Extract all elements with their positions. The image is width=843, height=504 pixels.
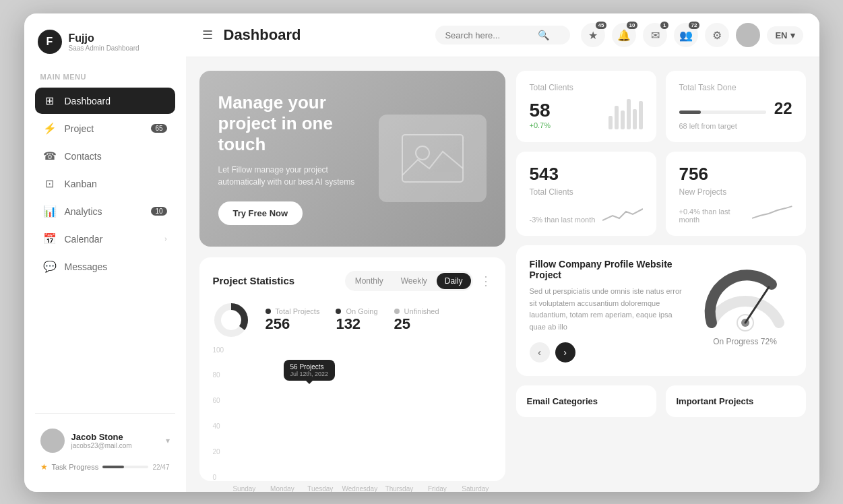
kanban-icon: ⊡ [43,177,57,190]
sidebar-label-kanban: Kanban [65,179,97,189]
search-bar: 🔍 [435,26,570,44]
dot-dark [266,309,271,314]
search-input[interactable] [445,30,532,40]
stats-row-bottom: 543 Total Clients -3% than last month 75… [516,152,806,236]
sidebar-bottom: Jacob Stone jacobs23@mail.com ▾ ★ Task P… [35,413,175,476]
bell-button[interactable]: 🔔 10 [612,23,636,47]
sidebar-label-dashboard: Dashboard [65,96,111,106]
label-friday: Friday [421,485,454,492]
hero-text: Manage your project in one touch Let Fil… [218,92,366,225]
donut-chart [213,302,249,338]
new-projects-change: +0.4% than last month [679,208,753,224]
user-name: Jacob Stone [71,432,159,442]
mail-button[interactable]: ✉ 1 [643,23,667,47]
gear-icon: ⚙ [712,29,722,42]
bell-icon: 🔔 [617,29,631,42]
sidebar-item-dashboard[interactable]: ⊞ Dashboard [35,88,175,114]
app-name: Fujjo [69,32,139,44]
email-categories-title: Email Categories [527,396,646,406]
more-options-button[interactable]: ⋮ [480,274,492,288]
tab-monthly[interactable]: Monthly [347,273,392,289]
new-projects-value: 756 [679,164,792,185]
sparkline-icon [602,203,643,224]
label-saturday: Saturday [459,485,491,492]
new-projects-title: New Projects [679,187,792,197]
total-clients2-title: Total Clients [530,187,643,197]
task-done-progress [679,111,766,114]
mail-icon: ✉ [651,29,660,42]
important-projects-card: Important Projects [666,385,806,417]
calendar-icon: 📅 [43,232,57,245]
main-content: ☰ Dashboard 🔍 ★ 45 🔔 10 ✉ 1 [186,13,819,492]
chart-tab-group: Monthly Weekly Daily [345,271,473,291]
star-badge: 45 [596,22,607,29]
gauge-wrap: On Progress 72% [698,259,792,363]
next-button[interactable]: › [555,342,575,363]
tab-weekly[interactable]: Weekly [393,273,435,289]
chart-body: 56 Projects Jul 12th, 2022 [228,346,491,492]
stats-row-top: Total Clients 58 +0.7% [516,71,806,142]
sidebar-label-project: Project [65,123,94,134]
label-sunday: Sunday [228,485,260,492]
bell-badge: 10 [627,22,638,29]
unfinished-label: Unfinished [394,307,439,315]
task-progress-row: ★ Task Progress 22/47 [35,458,175,476]
chart-bar [639,101,643,129]
language-selector[interactable]: EN ▾ [767,26,803,44]
users-icon: 👥 [679,29,693,42]
tab-daily[interactable]: Daily [437,273,471,289]
sidebar-label-contacts: Contacts [65,151,102,162]
hamburger-icon[interactable]: ☰ [202,28,213,42]
star-icon: ★ [588,29,598,42]
user-avatar-topbar[interactable] [736,23,760,47]
total-clients-chart [608,99,643,129]
total-clients2-value: 543 [530,164,643,185]
star-button[interactable]: ★ 45 [581,23,605,47]
sidebar-item-contacts[interactable]: ☎ Contacts [35,143,175,169]
hero-image [379,115,487,202]
total-clients-title: Total Clients [530,83,643,92]
calendar-chevron-icon: › [164,235,166,243]
stats-column: Total Clients 58 +0.7% [516,71,806,417]
project-stats-header: Project Statistics Monthly Weekly Daily … [213,271,492,291]
sidebar-item-messages[interactable]: 💬 Messages [35,253,175,280]
task-done-sub: 68 left from target [679,122,792,130]
total-task-title: Total Task Done [679,83,792,92]
bottom-right-cards: Email Categories Important Projects [516,385,806,417]
sidebar: F Fujjo Saas Admin Dashboard Main Menu ⊞… [24,13,186,492]
company-desc: Sed ut perspiciatis unde omnis iste natu… [530,286,687,333]
hero-cta-button[interactable]: Try Free Now [218,201,303,225]
app-subtitle: Saas Admin Dashboard [69,44,139,52]
gauge-label: On Progress 72% [713,337,777,346]
sidebar-item-analytics[interactable]: 📊 Analytics 10 [35,198,175,224]
user-profile[interactable]: Jacob Stone jacobs23@mail.com ▾ [35,423,175,458]
messages-icon: 💬 [43,260,57,273]
task-done-value: 22 [774,99,792,118]
new-projects-card: 756 New Projects +0.4% than last month [666,152,806,236]
prev-button[interactable]: ‹ [530,342,550,363]
sidebar-item-project[interactable]: ⚡ Project 65 [35,115,175,141]
analytics-icon: 📊 [43,205,57,218]
users-button[interactable]: 👥 72 [674,23,698,47]
star-icon: ★ [40,462,48,472]
sidebar-item-calendar[interactable]: 📅 Calendar › [35,226,175,252]
sidebar-label-analytics: Analytics [65,206,102,217]
stats-summary: Total Projects 256 On Going 132 [213,302,492,338]
email-categories-card: Email Categories [516,385,656,417]
dot-gray [394,309,400,314]
company-project-card: Fillow Company Profile Website Project S… [516,245,806,376]
unfinished-value: 25 [394,315,439,333]
dashboard-icon: ⊞ [43,94,57,107]
user-email: jacobs23@mail.com [71,442,159,449]
label-thursday: Thursday [383,485,415,492]
chart-bar [621,111,625,129]
company-actions: ‹ › [530,342,687,363]
sidebar-item-kanban[interactable]: ⊡ Kanban [35,170,175,197]
sidebar-nav: ⊞ Dashboard ⚡ Project 65 ☎ Contacts ⊡ Ka… [35,88,175,281]
chart-area: 0 20 40 60 80 100 56 Projects Jul 12th, … [213,346,492,492]
total-projects-stat: Total Projects 256 [266,307,320,333]
settings-button[interactable]: ⚙ [705,23,729,47]
hero-title: Manage your project in one touch [218,92,366,156]
svg-rect-0 [402,135,463,182]
project-badge: 65 [151,124,166,133]
